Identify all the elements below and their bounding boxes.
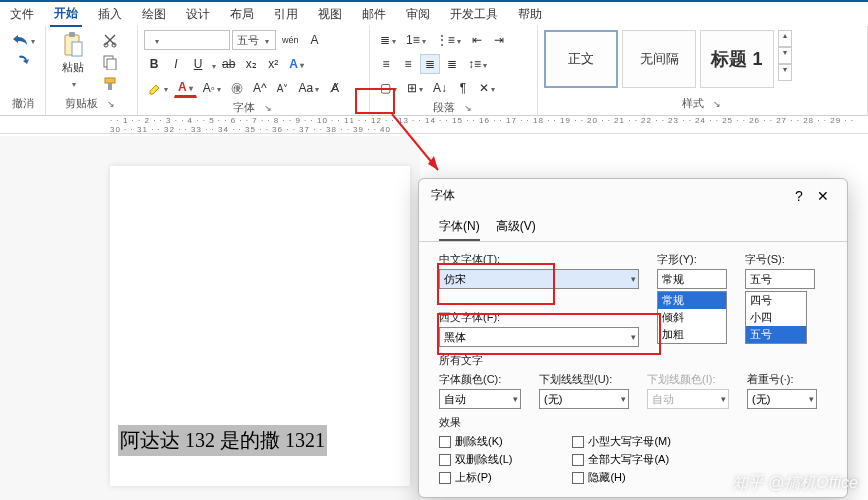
italic-button[interactable]: I <box>166 54 186 74</box>
char-border-button[interactable]: A <box>305 30 325 50</box>
list-item[interactable]: 小四 <box>746 309 806 326</box>
menu-draw[interactable]: 绘图 <box>138 3 170 26</box>
dialog-close-button[interactable]: ✕ <box>811 188 835 204</box>
undo-button[interactable] <box>7 30 39 50</box>
menu-dev[interactable]: 开发工具 <box>446 3 502 26</box>
underline-caret[interactable] <box>210 55 216 73</box>
underline-type-combo[interactable]: (无)▾ <box>539 389 629 409</box>
font-size-input[interactable]: 五号 <box>745 269 815 289</box>
list-item[interactable]: 常规 <box>658 292 726 309</box>
bullets-button[interactable]: ≣ <box>376 30 400 50</box>
menu-file[interactable]: 文件 <box>6 3 38 26</box>
font-style-list[interactable]: 常规 倾斜 加粗 <box>657 291 727 344</box>
horizontal-ruler[interactable]: · · 1 · · 2 · · 3 · · 4 · · 5 · · 6 · · … <box>0 116 868 134</box>
strike-button[interactable]: ab <box>218 54 239 74</box>
redo-button[interactable] <box>11 52 35 72</box>
list-item[interactable]: 倾斜 <box>658 309 726 326</box>
dialog-title: 字体 <box>431 187 787 204</box>
font-color-combo[interactable]: 自动▾ <box>439 389 521 409</box>
font-launcher[interactable]: ↘ <box>261 101 275 115</box>
paragraph-launcher[interactable]: ↘ <box>461 101 475 115</box>
bold-button[interactable]: B <box>144 54 164 74</box>
align-center-button[interactable]: ≡ <box>398 54 418 74</box>
tab-font[interactable]: 字体(N) <box>439 212 480 241</box>
style-heading1[interactable]: 标题 1 <box>700 30 774 88</box>
enclose-char-button[interactable]: ㊝ <box>227 78 247 98</box>
text-effects-button[interactable]: A <box>285 54 308 74</box>
dec-indent-button[interactable]: ⇤ <box>467 30 487 50</box>
list-item[interactable]: 加粗 <box>658 326 726 343</box>
list-item[interactable]: 五号 <box>746 326 806 343</box>
style-scroll-down[interactable]: ▾ <box>778 47 792 64</box>
paste-button[interactable]: 粘贴 <box>52 30 94 90</box>
underline-button[interactable]: U <box>188 54 208 74</box>
menu-review[interactable]: 审阅 <box>402 3 434 26</box>
tab-advanced[interactable]: 高级(V) <box>496 212 536 241</box>
char-shading-button[interactable]: A◦ <box>199 78 225 98</box>
phonetic-guide-button[interactable]: wén <box>278 30 303 50</box>
align-justify-button[interactable]: ≣ <box>420 54 440 74</box>
font-size-list[interactable]: 四号 小四 五号 <box>745 291 807 344</box>
superscript-button[interactable]: x² <box>263 54 283 74</box>
shrink-font-button[interactable]: A˅ <box>273 78 293 98</box>
grow-font-button[interactable]: A^ <box>249 78 271 98</box>
selected-text[interactable]: 阿达达 132 是的撒 1321 <box>118 425 327 456</box>
font-size-combo[interactable]: 五号 <box>232 30 276 50</box>
align-left-button[interactable]: ≡ <box>376 54 396 74</box>
clear-format-button[interactable]: A̸ <box>325 78 345 98</box>
asian-layout-button[interactable]: ✕ <box>475 78 499 98</box>
menu-ref[interactable]: 引用 <box>270 3 302 26</box>
emphasis-combo[interactable]: (无)▾ <box>747 389 817 409</box>
style-normal[interactable]: 正文 <box>544 30 618 88</box>
format-painter-button[interactable] <box>98 74 122 94</box>
clipboard-launcher[interactable]: ↘ <box>104 97 118 111</box>
effects-section: 效果 <box>439 415 827 430</box>
borders-button[interactable]: ⊞ <box>403 78 427 98</box>
paragraph-group-label: 段落 <box>433 100 455 115</box>
numbering-button[interactable]: 1≡ <box>402 30 430 50</box>
inc-indent-button[interactable]: ⇥ <box>489 30 509 50</box>
menu-home[interactable]: 开始 <box>50 2 82 27</box>
align-dist-button[interactable]: ≣ <box>442 54 462 74</box>
menu-insert[interactable]: 插入 <box>94 3 126 26</box>
emphasis-label: 着重号(·): <box>747 372 809 387</box>
chk-smallcaps[interactable]: 小型大写字母(M) <box>572 434 671 449</box>
multilevel-button[interactable]: ⋮≡ <box>432 30 465 50</box>
list-item[interactable]: 四号 <box>746 292 806 309</box>
font-name-combo[interactable] <box>144 30 230 50</box>
dialog-help-button[interactable]: ? <box>787 188 811 204</box>
font-color-button[interactable]: A <box>174 78 197 98</box>
menu-help[interactable]: 帮助 <box>514 3 546 26</box>
style-nospace[interactable]: 无间隔 <box>622 30 696 88</box>
line-spacing-button[interactable]: ↕≡ <box>464 54 491 74</box>
style-gallery-more[interactable]: ▾ <box>778 64 792 81</box>
west-font-combo[interactable]: 黑体▾ <box>439 327 639 347</box>
chk-superscript[interactable]: 上标(P) <box>439 470 512 485</box>
change-case-button[interactable]: Aa <box>295 78 324 98</box>
menu-design[interactable]: 设计 <box>182 3 214 26</box>
styles-launcher[interactable]: ↘ <box>710 97 724 111</box>
chk-double-strike[interactable]: 双删除线(L) <box>439 452 512 467</box>
subscript-button[interactable]: x₂ <box>241 54 261 74</box>
shading-button[interactable]: ▢ <box>376 78 401 98</box>
copy-button[interactable] <box>98 52 122 72</box>
chk-hidden[interactable]: 隐藏(H) <box>572 470 671 485</box>
style-scroll-up[interactable]: ▴ <box>778 30 792 47</box>
menu-mail[interactable]: 邮件 <box>358 3 390 26</box>
show-marks-button[interactable]: ¶ <box>453 78 473 98</box>
document-page[interactable]: 阿达达 132 是的撒 1321 <box>110 166 410 486</box>
svg-marker-10 <box>428 156 438 170</box>
svg-rect-2 <box>72 42 82 56</box>
paste-caret-icon[interactable] <box>70 77 76 89</box>
undo-group-label: 撤消 <box>6 94 39 115</box>
menu-layout[interactable]: 布局 <box>226 3 258 26</box>
cn-font-combo[interactable]: 仿宋▾ <box>439 269 639 289</box>
chk-allcaps[interactable]: 全部大写字母(A) <box>572 452 671 467</box>
menu-view[interactable]: 视图 <box>314 3 346 26</box>
cut-button[interactable] <box>98 30 122 50</box>
highlight-button[interactable] <box>144 78 172 98</box>
document-area[interactable]: 阿达达 132 是的撒 1321 <box>0 136 420 500</box>
sort-button[interactable]: A↓ <box>429 78 451 98</box>
font-style-input[interactable]: 常规 <box>657 269 727 289</box>
chk-strike[interactable]: 删除线(K) <box>439 434 512 449</box>
